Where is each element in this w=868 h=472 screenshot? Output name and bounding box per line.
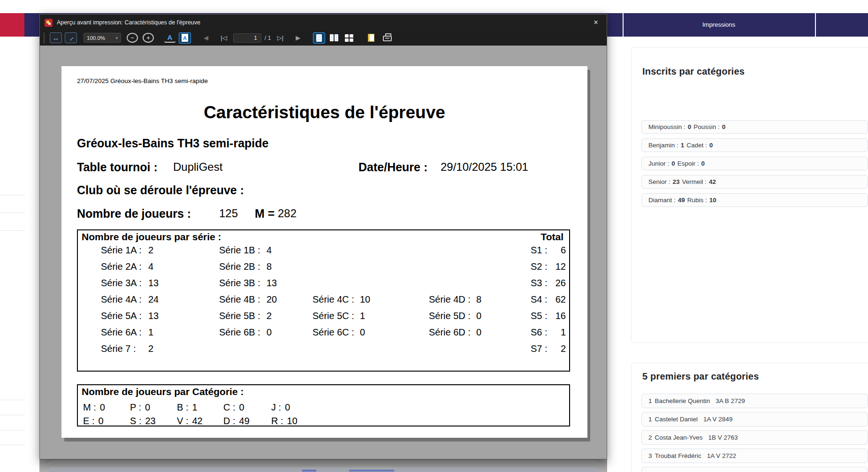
zoom-out-button[interactable]: − [127, 33, 138, 43]
category-item: E :0 [83, 416, 104, 426]
table-value: DupliGest [173, 160, 222, 174]
premiers-row: 1Castelet Daniel1A V 2849 [641, 412, 868, 426]
series-cell: 10 [360, 294, 370, 305]
background-table-row-line [0, 445, 24, 445]
print-button[interactable] [381, 32, 393, 43]
premiers-row: 2Costa Jean-Yves1B V 2763 [641, 430, 868, 445]
category-item: J :0 [271, 402, 290, 413]
premiers-panel: 5 premiers par catégories 1Bachellerie Q… [631, 363, 868, 472]
text-mode-button[interactable]: A [164, 33, 175, 43]
zoom-out-icon: − [130, 34, 134, 42]
series-table-title: Nombre de joueurs par série : [82, 231, 221, 243]
series-cell: 13 [148, 278, 159, 289]
series-cell: 26 [541, 278, 566, 289]
series-cell: 62 [541, 294, 566, 305]
fit-page-button[interactable]: ↔ [65, 32, 77, 43]
forward-button[interactable]: ▶ [292, 32, 304, 43]
category-row-1: M :0P :0B :1C :0J :0 [78, 402, 569, 413]
players-value: 125 [219, 207, 238, 220]
back-button[interactable]: ◀ [200, 32, 212, 43]
m-value: 282 [278, 207, 297, 220]
close-icon: × [594, 18, 598, 27]
inscrits-row: Diamant :49Rubis :10 [641, 193, 868, 207]
series-row: Série 7 :2S7 :2 [78, 343, 569, 356]
inscrits-row: Senior :23Vermeil :42 [641, 175, 868, 189]
background-table-row-line [0, 415, 24, 415]
page-count-label: / 1 [265, 35, 271, 41]
series-cell: Série 4A : [101, 294, 142, 305]
series-cell: 0 [266, 327, 272, 338]
table-date-line: Table tournoi : DupliGest Date/Heure : 2… [77, 160, 572, 175]
series-total-header: Total [541, 231, 563, 243]
series-cell: 2 [541, 343, 566, 354]
back-icon: ◀ [204, 34, 208, 41]
first-page-button[interactable]: |◁ [218, 32, 229, 43]
export-icon [368, 34, 374, 42]
series-cell: 4 [148, 261, 153, 272]
toolbar-grip[interactable] [44, 33, 45, 43]
category-item: V :42 [177, 416, 203, 426]
category-item: P :0 [130, 402, 150, 413]
series-cell: Série 5A : [101, 311, 142, 321]
background-table-row-line [0, 195, 24, 195]
series-cell: Série 1A : [101, 245, 142, 256]
series-cell: Série 3A : [101, 278, 142, 289]
table-label: Table tournoi : [77, 160, 158, 174]
grid-view-button[interactable] [343, 32, 355, 44]
next-page-button[interactable]: ▷| [274, 32, 286, 43]
series-cell: Série 3B : [219, 278, 260, 289]
series-row: Série 2A :4Série 2B :8S2 :12 [78, 261, 569, 274]
category-item: R :10 [271, 416, 297, 426]
premiers-row: 3Troubat Frédéric1A V 2722 [641, 449, 868, 463]
inscrits-panel: Inscrits par catégories Minipoussin :0Po… [631, 47, 868, 343]
category-item: S :23 [130, 416, 156, 426]
category-table-title: Nombre de joueurs par Catégorie : [82, 386, 244, 397]
next-page-icon: ▷| [277, 34, 283, 41]
series-cell: 0 [476, 311, 481, 321]
series-cell: 0 [360, 327, 365, 338]
series-cell: 13 [148, 311, 159, 321]
premiers-title: 5 premiers par catégories [642, 371, 759, 382]
document-page: 27/07/2025 Gréoux-les-Bains TH3 semi-rap… [61, 66, 587, 438]
single-page-view-button[interactable] [313, 32, 325, 44]
tab-impressions[interactable]: Impressions [624, 13, 814, 37]
document-header-line: 27/07/2025 Gréoux-les-Bains TH3 semi-rap… [77, 77, 208, 84]
category-row-2: E :0S :23V :42D :49R :10 [78, 416, 569, 427]
m-label: M = [255, 207, 274, 221]
export-button[interactable] [365, 32, 377, 43]
orientation-button[interactable]: A [179, 32, 191, 44]
series-cell: 2 [148, 245, 153, 256]
series-cell: 8 [266, 261, 272, 272]
chevron-down-icon: ▾ [115, 36, 118, 40]
background-table-row-line [0, 213, 24, 213]
category-item: M :0 [83, 402, 105, 413]
series-row: Série 5A :13Série 5B :2Série 5C :1Série … [78, 311, 569, 323]
premiers-row: 1Bachellerie Quentin3A B 2729 [641, 394, 868, 408]
zoom-in-icon: + [146, 34, 150, 42]
preview-toolbar: ↔ ↔ 100.0% ▾ − + A A ◀ |◁ / 1 ▷| [40, 30, 607, 46]
orientation-icon: A [182, 34, 188, 42]
page-number-input[interactable] [233, 33, 261, 43]
inscrits-list: Minipoussin :0Poussin :0Benjamin :1Cadet… [641, 120, 868, 212]
zoom-level-value: 100.0% [87, 35, 105, 41]
close-button[interactable]: × [585, 15, 607, 30]
inscrits-row: Junior :0Espoir :0 [641, 157, 868, 170]
series-cell: 24 [148, 294, 159, 305]
series-cell: Série 6D : [429, 327, 471, 338]
zoom-level-select[interactable]: 100.0% ▾ [84, 33, 121, 43]
series-row: Série 3A :13Série 3B :13S3 :26 [78, 278, 569, 290]
series-cell: 2 [148, 343, 153, 354]
two-page-view-button[interactable] [328, 32, 340, 44]
series-row: Série 6A :1Série 6B :0Série 6C :0Série 6… [78, 327, 569, 339]
fit-width-button[interactable]: ↔ [50, 32, 62, 43]
forward-icon: ▶ [296, 34, 300, 41]
series-cell: 8 [476, 294, 481, 305]
zoom-in-button[interactable]: + [143, 33, 154, 43]
tab-separator [815, 13, 816, 37]
window-titlebar[interactable]: Aperçu avant impression: Caractéristique… [40, 15, 607, 30]
category-item: C :0 [223, 402, 244, 413]
series-cell: 2 [266, 311, 272, 321]
inscrits-row: Minipoussin :0Poussin :0 [641, 120, 868, 134]
series-cell: Série 4C : [312, 294, 354, 305]
club-label: Club où se déroule l'épreuve : [77, 183, 244, 197]
